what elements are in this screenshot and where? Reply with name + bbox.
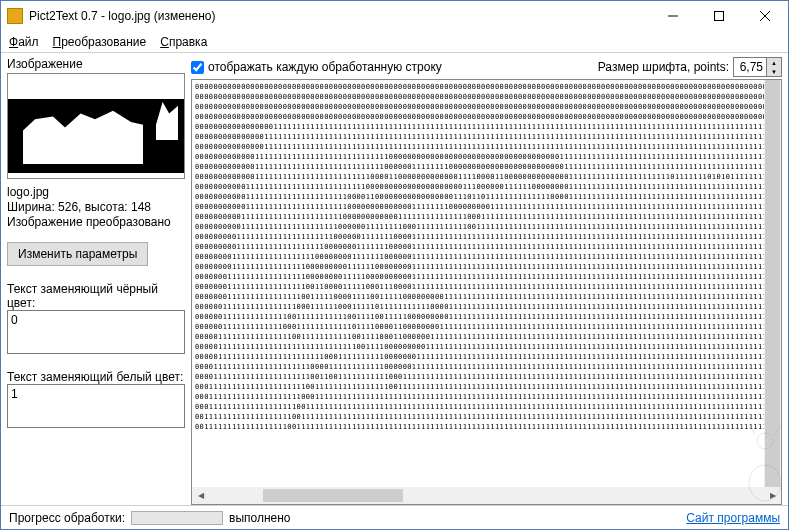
image-status: Изображение преобразовано [7,215,185,230]
image-section-label: Изображение [7,57,185,71]
done-label: выполнено [229,511,291,525]
app-icon [7,8,23,24]
horizontal-scrollbar[interactable]: ◀ ▶ [192,487,781,504]
font-size-down-icon[interactable]: ▼ [767,67,781,76]
show-each-row-checkbox[interactable] [191,61,204,74]
menu-file[interactable]: Файл [9,35,39,49]
white-text-input[interactable]: 1 [7,384,185,428]
font-size-spinner[interactable]: ▲ ▼ [733,57,782,77]
site-link[interactable]: Сайт программы [686,511,780,525]
svg-rect-1 [715,12,724,21]
image-filename: logo.jpg [7,185,185,200]
progress-bar [131,511,223,525]
scroll-right-icon[interactable]: ▶ [764,487,781,504]
vertical-scrollbar[interactable] [764,80,781,487]
font-size-input[interactable] [734,58,766,76]
show-each-row-label: отображать каждую обработанную строку [208,60,442,74]
titlebar: Pict2Text 0.7 - logo.jpg (изменено) [1,1,788,31]
font-size-up-icon[interactable]: ▲ [767,58,781,67]
maximize-button[interactable] [696,1,742,31]
scroll-left-icon[interactable]: ◀ [192,487,209,504]
menubar: Файл Преобразование Справка [1,31,788,53]
progress-label: Прогресс обработки: [9,511,125,525]
black-text-input[interactable]: 0 [7,310,185,354]
text-output[interactable]: 0000000000000000000000000000000000000000… [192,80,781,487]
close-button[interactable] [742,1,788,31]
change-params-button[interactable]: Изменить параметры [7,242,148,266]
window-title: Pict2Text 0.7 - logo.jpg (изменено) [29,9,650,23]
image-dimensions: Ширина: 526, высота: 148 [7,200,185,215]
menu-help[interactable]: Справка [160,35,207,49]
white-text-label: Текст заменяющий белый цвет: [7,370,185,384]
font-size-label: Размер шрифта, points: [598,60,729,74]
show-each-row-checkbox-row[interactable]: отображать каждую обработанную строку [191,60,442,74]
black-text-label: Текст заменяющий чёрный цвет: [7,282,185,310]
minimize-button[interactable] [650,1,696,31]
menu-transform[interactable]: Преобразование [53,35,147,49]
image-preview [7,73,185,179]
